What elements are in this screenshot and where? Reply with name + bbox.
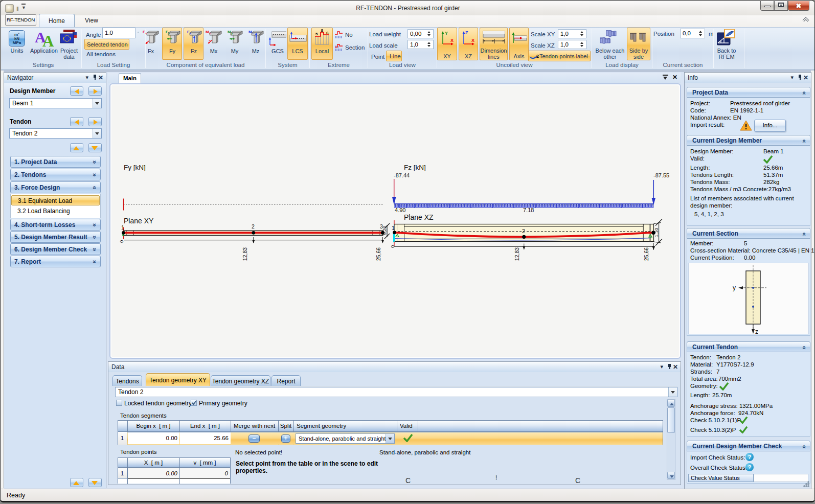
svg-text:Plane XZ: Plane XZ: [404, 213, 434, 221]
svg-text:0,23: 0,23: [382, 226, 387, 235]
svg-text:M: M: [228, 30, 231, 34]
svg-text:Plane XY: Plane XY: [124, 217, 154, 225]
svg-text:1: 1: [392, 225, 395, 231]
svg-text:2: 2: [522, 228, 525, 234]
svg-text:-87.55: -87.55: [653, 172, 669, 178]
svg-text:2: 2: [536, 54, 539, 59]
svg-text:0: 0: [390, 245, 395, 248]
svg-text:7.18: 7.18: [523, 207, 534, 213]
svg-text:2: 2: [252, 223, 255, 230]
svg-text:1: 1: [121, 224, 124, 231]
svg-text:12,83: 12,83: [514, 247, 520, 261]
svg-text:0: 0: [119, 240, 124, 243]
svg-text:1,10: 1,10: [653, 228, 659, 238]
svg-text:25,66: 25,66: [375, 247, 381, 261]
svg-text:Z: Z: [465, 30, 468, 35]
svg-text:5: 5: [315, 32, 318, 36]
svg-text:6: 6: [326, 31, 329, 35]
svg-text:M: M: [206, 30, 209, 34]
svg-text:4.90: 4.90: [395, 207, 405, 213]
svg-text:8: 8: [321, 29, 324, 33]
svg-text:z: z: [252, 32, 254, 35]
svg-text:Y: Y: [445, 31, 448, 36]
svg-text:-87.44: -87.44: [394, 172, 410, 178]
svg-text:y: y: [733, 284, 736, 291]
svg-text:Fy [kN]: Fy [kN]: [124, 164, 146, 171]
svg-text:X: X: [450, 38, 454, 43]
svg-text:M: M: [248, 30, 252, 34]
svg-text:z: z: [190, 32, 191, 35]
svg-text:X: X: [471, 38, 474, 43]
svg-text:12,83: 12,83: [242, 247, 248, 261]
svg-text:25,66: 25,66: [643, 247, 649, 261]
svg-text:z: z: [755, 328, 758, 335]
svg-text:Fz [kN]: Fz [kN]: [404, 164, 426, 171]
